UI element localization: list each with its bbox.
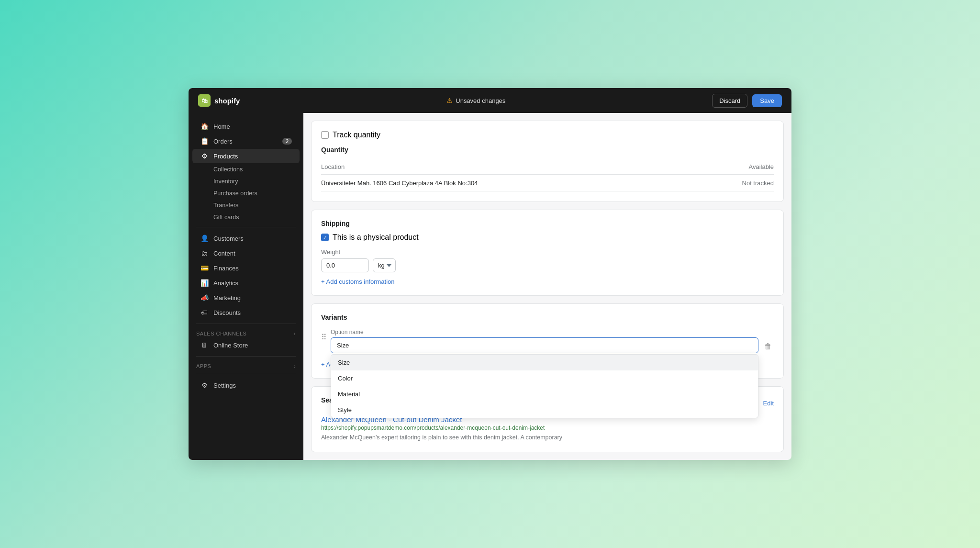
- chevron-icon: ›: [294, 331, 296, 336]
- settings-icon: ⚙: [200, 381, 209, 389]
- dropdown-item-material[interactable]: Material: [331, 386, 758, 402]
- sidebar-sub-gift-cards[interactable]: Gift cards: [192, 212, 300, 223]
- save-button[interactable]: Save: [752, 94, 782, 107]
- inventory-card: Track quantity Quantity Location Availab…: [311, 121, 784, 202]
- shopify-bag-icon: 🛍: [198, 94, 211, 107]
- option-dropdown: Size Color Material Style: [331, 354, 758, 418]
- track-quantity-checkbox[interactable]: [321, 131, 329, 139]
- sidebar: 🏠 Home 📋 Orders 2 ⚙ Products Collections…: [189, 113, 303, 460]
- variants-title: Variants: [321, 313, 774, 321]
- orders-badge: 2: [282, 138, 292, 145]
- marketing-icon: 📣: [200, 294, 209, 302]
- sidebar-item-finances[interactable]: 💳 Finances: [192, 261, 300, 275]
- weight-unit-select[interactable]: kg: [373, 258, 396, 272]
- track-quantity-row: Track quantity: [321, 131, 774, 139]
- quantity-section-title: Quantity: [321, 146, 774, 154]
- option-name-label: Option name: [331, 329, 758, 336]
- weight-input[interactable]: [321, 258, 369, 272]
- weight-label: Weight: [321, 248, 774, 256]
- sidebar-sub-purchase-orders[interactable]: Purchase orders: [192, 188, 300, 199]
- sidebar-divider-3: [196, 356, 296, 357]
- option-row: ⠿ Option name Size Color Material Style …: [321, 329, 774, 353]
- finances-icon: 💳: [200, 264, 209, 272]
- sidebar-item-products[interactable]: ⚙ Products: [192, 149, 300, 163]
- apps-label: Apps ›: [189, 360, 303, 370]
- shopify-logo: 🛍 shopify: [198, 94, 240, 107]
- sidebar-sub-inventory[interactable]: Inventory: [192, 176, 300, 187]
- dropdown-item-size[interactable]: Size: [331, 355, 758, 370]
- discard-button[interactable]: Discard: [712, 94, 747, 108]
- table-row: Üniversiteler Mah. 1606 Cad Cyberplaza 4…: [321, 175, 774, 192]
- delete-option-button[interactable]: 🗑: [762, 340, 774, 353]
- sidebar-item-customers[interactable]: 👤 Customers: [192, 231, 300, 246]
- home-icon: 🏠: [200, 123, 209, 130]
- physical-product-row: ✓ This is a physical product: [321, 233, 774, 242]
- sidebar-item-orders[interactable]: 📋 Orders 2: [192, 134, 300, 148]
- sidebar-item-discounts[interactable]: 🏷 Discounts: [192, 305, 300, 320]
- apps-chevron-icon: ›: [294, 364, 296, 369]
- sales-channels-label: Sales channels ›: [189, 328, 303, 337]
- unsaved-changes-banner: ⚠ Unsaved changes: [240, 97, 712, 104]
- seo-url: https://shopify.popupsmartdemo.com/produ…: [321, 425, 774, 431]
- online-store-icon: 🖥: [200, 341, 209, 349]
- sidebar-item-content[interactable]: 🗂 Content: [192, 246, 300, 260]
- topbar: 🛍 shopify ⚠ Unsaved changes Discard Save: [189, 88, 791, 113]
- sidebar-item-online-store[interactable]: 🖥 Online Store: [192, 338, 300, 352]
- warning-icon: ⚠: [446, 97, 453, 104]
- seo-description: Alexander McQueen's expert tailoring is …: [321, 433, 774, 442]
- sidebar-divider-4: [196, 374, 296, 374]
- sidebar-item-home[interactable]: 🏠 Home: [192, 119, 300, 134]
- add-customs-link[interactable]: + Add customs information: [321, 278, 395, 285]
- shipping-title: Shipping: [321, 220, 774, 227]
- available-column-header: Available: [697, 159, 774, 175]
- sidebar-item-analytics[interactable]: 📊 Analytics: [192, 276, 300, 290]
- drag-handle-icon[interactable]: ⠿: [321, 333, 327, 342]
- variants-card: Variants ⠿ Option name Size Color Materi…: [311, 303, 784, 379]
- sidebar-item-settings[interactable]: ⚙ Settings: [192, 378, 300, 392]
- physical-product-checkbox[interactable]: ✓: [321, 234, 329, 241]
- customers-icon: 👤: [200, 235, 209, 242]
- discounts-icon: 🏷: [200, 309, 209, 316]
- option-name-input[interactable]: [331, 337, 758, 353]
- main-content: Track quantity Quantity Location Availab…: [303, 113, 791, 460]
- dropdown-item-style[interactable]: Style: [331, 402, 758, 418]
- sidebar-divider-2: [196, 324, 296, 324]
- option-input-wrapper: Option name Size Color Material Style: [331, 329, 758, 353]
- products-icon: ⚙: [200, 152, 209, 160]
- shipping-card: Shipping ✓ This is a physical product We…: [311, 210, 784, 296]
- content-icon: 🗂: [200, 249, 209, 257]
- dropdown-item-color[interactable]: Color: [331, 370, 758, 386]
- weight-row: kg: [321, 258, 774, 272]
- sidebar-sub-collections[interactable]: Collections: [192, 164, 300, 175]
- topbar-actions: Discard Save: [712, 94, 782, 108]
- sidebar-divider-1: [196, 227, 296, 227]
- analytics-icon: 📊: [200, 279, 209, 287]
- available-cell: Not tracked: [697, 175, 774, 192]
- location-cell: Üniversiteler Mah. 1606 Cad Cyberplaza 4…: [321, 175, 697, 192]
- seo-edit-link[interactable]: Edit: [763, 400, 774, 407]
- orders-icon: 📋: [200, 137, 209, 145]
- inventory-table: Location Available Üniversiteler Mah. 16…: [321, 159, 774, 192]
- sidebar-sub-transfers[interactable]: Transfers: [192, 200, 300, 211]
- location-column-header: Location: [321, 159, 697, 175]
- sidebar-item-marketing[interactable]: 📣 Marketing: [192, 291, 300, 305]
